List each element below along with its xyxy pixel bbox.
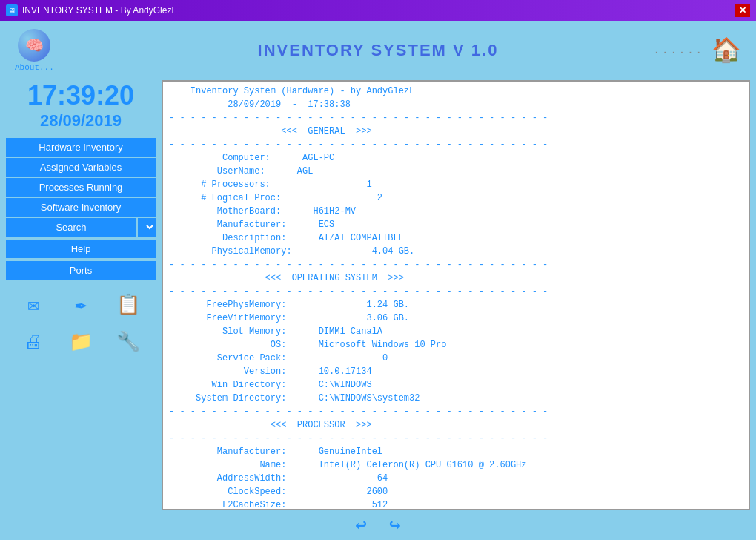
title-bar-left: 🖥 INVENTORY SYSTEM - By AndyGlezL: [6, 4, 176, 16]
clock-area: 17:39:20 28/09/2019: [6, 80, 156, 131]
title-bar: 🖥 INVENTORY SYSTEM - By AndyGlezL ✕: [0, 0, 756, 21]
home-button[interactable]: 🏠: [712, 36, 741, 65]
clock-date: 28/09/2019: [6, 111, 156, 131]
app-icon: 🖥: [6, 4, 18, 16]
about-label: About...: [15, 63, 54, 72]
main-layout: 17:39:20 28/09/2019 Hardware Inventory A…: [0, 80, 756, 510]
content-text: Inventory System (Hardware) - by AndyGle…: [163, 82, 749, 509]
email-icon[interactable]: ✉: [17, 289, 50, 321]
close-button[interactable]: ✕: [735, 4, 750, 17]
sidebar: 17:39:20 28/09/2019 Hardware Inventory A…: [0, 80, 162, 510]
app-title: INVENTORY SYSTEM V 1.0: [258, 41, 499, 60]
ports-button[interactable]: Ports: [6, 261, 156, 280]
content-area: Inventory System (Hardware) - by AndyGle…: [162, 80, 750, 510]
clock-time: 17:39:20: [6, 80, 156, 111]
search-input[interactable]: [6, 218, 136, 237]
forward-button[interactable]: ↪: [389, 513, 401, 537]
help-button[interactable]: Help: [6, 240, 156, 258]
folder-icon[interactable]: 📁: [64, 326, 97, 358]
search-dropdown[interactable]: ▼: [138, 218, 156, 237]
icon-row-1: ✉ ✒ 📋: [10, 289, 152, 321]
nav-dots: ......: [654, 45, 704, 56]
back-button[interactable]: ↩: [355, 513, 367, 537]
hardware-inventory-button[interactable]: Hardware Inventory: [6, 138, 156, 157]
software-inventory-button[interactable]: Software Inventory: [6, 198, 156, 217]
print-icon[interactable]: 🖨: [17, 326, 50, 358]
title-bar-text: INVENTORY SYSTEM - By AndyGlezL: [22, 5, 176, 16]
icon-grid: ✉ ✒ 📋 🖨 📁 🔧: [6, 289, 156, 358]
content-scroll[interactable]: Inventory System (Hardware) - by AndyGle…: [163, 82, 749, 509]
wrench-icon[interactable]: 🔧: [112, 326, 145, 358]
processes-running-button[interactable]: Processes Running: [6, 178, 156, 197]
bottom-bar: ↩ ↪: [0, 510, 756, 540]
icon-row-2: 🖨 📁 🔧: [10, 326, 152, 358]
app-header: 🧠 About... INVENTORY SYSTEM V 1.0 ......…: [0, 21, 756, 80]
search-row: ▼: [6, 218, 156, 237]
assigned-variables-button[interactable]: Assigned Variables: [6, 158, 156, 177]
edit-icon[interactable]: ✒: [64, 289, 97, 321]
clipboard-icon[interactable]: 📋: [112, 289, 145, 321]
about-icon: 🧠: [18, 29, 50, 62]
about-button[interactable]: 🧠 About...: [15, 29, 54, 72]
